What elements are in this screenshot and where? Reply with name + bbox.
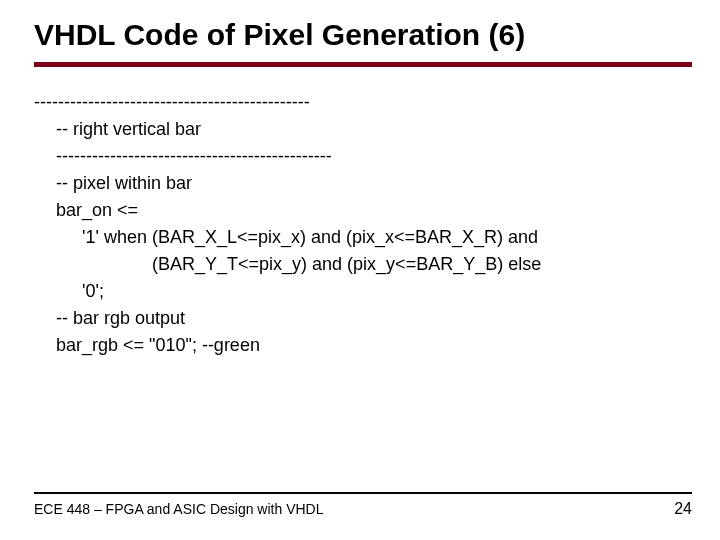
- slide-title: VHDL Code of Pixel Generation (6): [34, 18, 692, 52]
- code-line: '1' when (BAR_X_L<=pix_x) and (pix_x<=BA…: [34, 224, 692, 251]
- footer: ECE 448 – FPGA and ASIC Design with VHDL…: [34, 492, 692, 518]
- code-line: (BAR_Y_T<=pix_y) and (pix_y<=BAR_Y_B) el…: [34, 251, 692, 278]
- title-underline: [34, 62, 692, 67]
- footer-row: ECE 448 – FPGA and ASIC Design with VHDL…: [34, 500, 692, 518]
- code-line: ----------------------------------------…: [34, 89, 692, 116]
- code-line: -- right vertical bar: [34, 116, 692, 143]
- code-line: bar_on <=: [34, 197, 692, 224]
- code-line: -- pixel within bar: [34, 170, 692, 197]
- code-block: ----------------------------------------…: [34, 89, 692, 359]
- page-number: 24: [674, 500, 692, 518]
- slide: VHDL Code of Pixel Generation (6) ------…: [0, 0, 720, 540]
- code-line: bar_rgb <= "010"; --green: [34, 332, 692, 359]
- code-line: '0';: [34, 278, 692, 305]
- code-line: -- bar rgb output: [34, 305, 692, 332]
- footer-course: ECE 448 – FPGA and ASIC Design with VHDL: [34, 501, 323, 517]
- footer-divider: [34, 492, 692, 494]
- code-line: ----------------------------------------…: [34, 143, 692, 170]
